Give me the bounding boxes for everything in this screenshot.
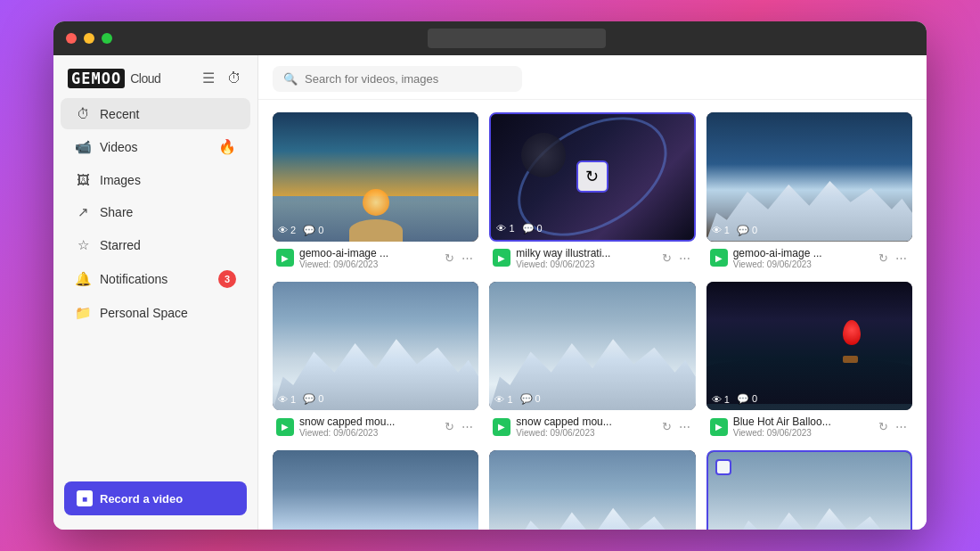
item-date: Viewed: 09/06/2023 <box>733 259 871 269</box>
record-video-button[interactable]: ■ Record a video <box>64 481 247 515</box>
app-body: GEMOO Cloud ☰ ⏱ ⏱ Recent 📹 Videos 🔥 <box>53 55 927 530</box>
grid-item-6[interactable]: 👁 1 💬 0 ▶ Blue Hot Air Balloo... Viewed:… <box>706 282 912 440</box>
item-type-icon: ▶ <box>276 418 294 436</box>
grid-item-7[interactable]: 👁 1 💬 0 ▶ gemoo-ai-image ... Viewed: 09/… <box>273 450 478 530</box>
minimize-button[interactable] <box>84 33 94 44</box>
item-refresh-button[interactable]: ↻ <box>877 418 890 435</box>
item-refresh-button[interactable]: ↻ <box>660 418 674 435</box>
sidebar-item-recent[interactable]: ⏱ Recent <box>61 98 250 129</box>
sidebar-nav: ⏱ Recent 📹 Videos 🔥 🖼 Images ↗ Share <box>53 97 257 330</box>
sidebar: GEMOO Cloud ☰ ⏱ ⏱ Recent 📹 Videos 🔥 <box>53 55 258 530</box>
sidebar-item-recent-label: Recent <box>100 107 139 121</box>
item-refresh-button[interactable]: ↻ <box>660 250 674 267</box>
item-info: ▶ Blue Hot Air Balloo... Viewed: 09/06/2… <box>706 410 912 440</box>
sidebar-item-personal-label: Personal Space <box>100 306 188 320</box>
sidebar-item-videos[interactable]: 📹 Videos 🔥 <box>61 130 250 163</box>
sidebar-spacer <box>53 330 257 481</box>
item-actions: ↻ ⋯ <box>660 418 692 435</box>
item-text: milky way illustrati... Viewed: 09/06/20… <box>516 247 654 269</box>
search-bar[interactable]: 🔍 <box>273 66 522 92</box>
item-text: gemoo-ai-image ... Viewed: 09/06/2023 <box>733 247 871 269</box>
thumb-stats: 👁 1 💬 0 <box>278 393 323 405</box>
item-more-button[interactable]: ⋯ <box>894 250 909 267</box>
item-refresh-button[interactable]: ↻ <box>877 250 890 267</box>
item-date: Viewed: 09/06/2023 <box>516 428 654 438</box>
topbar: 🔍 <box>258 55 927 100</box>
item-more-button[interactable]: ⋯ <box>894 418 909 435</box>
logo-cloud: Cloud <box>130 71 160 86</box>
thumbnail: 👁 1 💬 0 <box>489 450 695 530</box>
item-refresh-button[interactable]: ↻ <box>443 250 456 267</box>
record-icon: ■ <box>77 490 93 506</box>
item-title: milky way illustrati... <box>516 247 654 259</box>
sidebar-item-starred[interactable]: ☆ Starred <box>61 229 250 261</box>
item-title: snow capped mou... <box>299 415 437 428</box>
grid-item-9[interactable]: 👁 1 💬 0 ▶ snow capped mou... Viewed: 09/… <box>706 450 912 530</box>
thumbnail: 👁 2 💬 0 <box>273 112 478 242</box>
sidebar-item-images-label: Images <box>100 173 141 187</box>
thumb-stats: 👁 1 💬 0 <box>494 393 540 405</box>
sidebar-item-starred-label: Starred <box>100 238 141 252</box>
grid-item-2[interactable]: 👁 1 💬 0 ↻ ▶ milky way illustrati... View… <box>489 112 695 271</box>
sidebar-item-notifications[interactable]: 🔔 Notifications 3 <box>61 262 250 296</box>
checkbox-icon[interactable] <box>715 459 731 475</box>
item-type-icon: ▶ <box>493 418 510 436</box>
grid-item-5[interactable]: 👁 1 💬 0 ▶ snow capped mou... Viewed: 09/… <box>489 282 695 440</box>
comment-count: 💬 0 <box>737 225 757 236</box>
app-window: GEMOO Cloud ☰ ⏱ ⏱ Recent 📹 Videos 🔥 <box>53 21 927 530</box>
item-text: snow capped mou... Viewed: 09/06/2023 <box>299 415 437 438</box>
item-title: Blue Hot Air Balloo... <box>733 415 871 428</box>
item-actions: ↻ ⋯ <box>877 250 909 267</box>
menu-icon[interactable]: ☰ <box>200 68 216 88</box>
logo-gem: GEMOO <box>68 69 125 88</box>
sidebar-item-personal[interactable]: 📁 Personal Space <box>61 297 250 329</box>
thumbnail: 👁 1 💬 0 <box>706 282 912 411</box>
close-button[interactable] <box>66 33 77 44</box>
thumbnail: 👁 1 💬 0 <box>273 282 478 411</box>
item-actions: ↻ ⋯ <box>660 250 692 267</box>
item-date: Viewed: 09/06/2023 <box>299 428 437 438</box>
grid-item-4[interactable]: 👁 1 💬 0 ▶ snow capped mou... Viewed: 09/… <box>273 282 478 440</box>
view-count: 👁 2 <box>278 225 296 236</box>
sidebar-item-share[interactable]: ↗ Share <box>61 196 250 228</box>
refresh-icon[interactable]: ↻ <box>576 160 608 193</box>
thumb-stats: 👁 1 💬 0 <box>712 393 757 405</box>
item-type-icon: ▶ <box>276 249 294 267</box>
search-input[interactable] <box>305 72 511 86</box>
item-more-button[interactable]: ⋯ <box>677 250 692 267</box>
item-info: ▶ gemoo-ai-image ... Viewed: 09/06/2023 … <box>706 242 912 271</box>
notifications-badge: 3 <box>218 270 236 288</box>
folder-icon: 📁 <box>75 305 91 321</box>
sidebar-item-notifications-label: Notifications <box>100 272 167 286</box>
thumbnail: 👁 1 💬 0 <box>706 112 912 242</box>
item-more-button[interactable]: ⋯ <box>460 418 475 435</box>
item-info: ▶ snow capped mou... Viewed: 09/06/2023 … <box>273 410 478 440</box>
grid-item-3[interactable]: 👁 1 💬 0 ▶ gemoo-ai-image ... Viewed: 09/… <box>706 112 912 271</box>
item-actions: ↻ ⋯ <box>443 250 475 267</box>
thumb-stats: 👁 1 💬 0 <box>712 225 757 236</box>
maximize-button[interactable] <box>102 33 112 44</box>
grid-item-8[interactable]: 👁 1 💬 0 ▶ snow capped mou... Viewed: 09/… <box>489 450 695 530</box>
thumbnail: 👁 1 💬 0 <box>273 450 478 530</box>
record-button-label: Record a video <box>100 492 183 506</box>
item-title: gemoo-ai-image ... <box>733 247 871 259</box>
star-icon: ☆ <box>75 237 91 253</box>
bell-icon: 🔔 <box>75 271 91 287</box>
item-title: snow capped mou... <box>516 415 654 428</box>
view-count: 👁 1 <box>278 393 296 405</box>
item-date: Viewed: 09/06/2023 <box>733 428 871 438</box>
timer-icon[interactable]: ⏱ <box>225 69 243 88</box>
item-title: gemoo-ai-image ... <box>299 247 437 259</box>
thumb-stats: 👁 2 💬 0 <box>278 225 323 236</box>
view-count: 👁 1 <box>712 393 730 405</box>
titlebar-search <box>428 29 606 48</box>
item-refresh-button[interactable]: ↻ <box>443 418 456 435</box>
item-more-button[interactable]: ⋯ <box>460 250 475 267</box>
sidebar-item-images[interactable]: 🖼 Images <box>61 164 250 195</box>
item-date: Viewed: 09/06/2023 <box>299 259 437 269</box>
item-more-button[interactable]: ⋯ <box>677 418 692 435</box>
item-type-icon: ▶ <box>710 418 728 436</box>
images-icon: 🖼 <box>75 172 91 187</box>
comment-count: 💬 0 <box>303 225 323 236</box>
grid-item-1[interactable]: 👁 2 💬 0 ▶ gemoo-ai-image ... Viewed: 09/… <box>273 112 478 271</box>
